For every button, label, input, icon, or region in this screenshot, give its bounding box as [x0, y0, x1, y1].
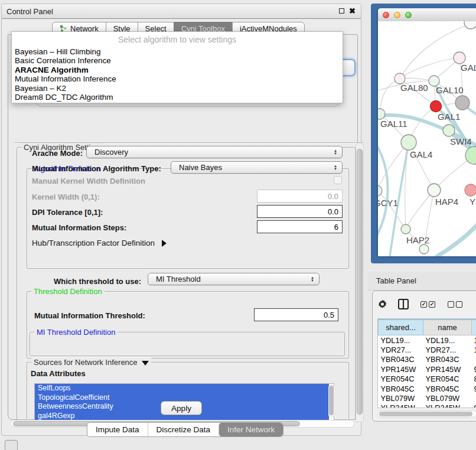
network-canvas[interactable]: GALGAL80GAL10GAL1GAL11SWI4GAL4GCY1HAP4YH…	[378, 21, 476, 256]
spinner-arrows-icon: ▲▼	[311, 276, 314, 282]
node-label: GCY1	[378, 198, 398, 208]
network-node-hap2[interactable]	[401, 224, 410, 234]
network-node-y[interactable]	[465, 184, 476, 196]
network-window-frame: GALGAL80GAL10GAL1GAL11SWI4GAL4GCY1HAP4YH…	[371, 4, 476, 263]
table-row[interactable]: YBR045CYBR045C9.	[379, 384, 476, 393]
deselect-all-checkboxes-icon[interactable]	[448, 301, 464, 308]
table-cell: YER054C	[379, 374, 423, 384]
node-label: GAL4	[410, 149, 432, 159]
table-row[interactable]: YBR043CYBR043C	[379, 355, 476, 364]
algorithm-option[interactable]: ARACNE Algorithm	[12, 66, 343, 74]
network-node-gal11[interactable]	[378, 109, 385, 119]
table-cell: 12	[472, 345, 476, 354]
node-label: GAL1	[438, 112, 460, 122]
network-edge[interactable]	[400, 58, 459, 79]
kernel-width-input[interactable]: 0.0	[257, 190, 343, 203]
network-edge[interactable]	[406, 190, 434, 229]
manual-kernel-checkbox[interactable]	[334, 176, 342, 184]
network-node-gal4[interactable]	[401, 135, 416, 150]
close-icon[interactable]: ✖	[349, 6, 356, 16]
table-row[interactable]: YPR145WYPR145W9.	[379, 364, 476, 374]
close-traffic-light-icon[interactable]	[383, 12, 389, 18]
which-threshold-label: Which threshold to use:	[54, 277, 141, 286]
vertical-scrollbar-thumb[interactable]	[357, 149, 363, 415]
dropdown-items: Bayesian – Hill ClimbingBasic Correlatio…	[12, 47, 343, 102]
algorithm-option[interactable]: Bayesian – Hill Climbing	[12, 47, 343, 56]
bottom-tab-infer-network[interactable]: Infer Network	[219, 423, 283, 436]
minimized-panel-icon[interactable]	[5, 440, 18, 450]
network-node[interactable]	[419, 244, 429, 254]
algorithm-option[interactable]: Dream8 DC_TDC Algorithm	[12, 93, 343, 102]
table-horizontal-scrollbar[interactable]	[377, 410, 476, 418]
table-cell: YBR045C	[423, 384, 472, 393]
mi-steps-input[interactable]: 6	[257, 220, 343, 233]
table-cell: YPR145W	[423, 364, 472, 374]
bottom-tab-discretize-data[interactable]: Discretize Data	[148, 423, 219, 436]
network-edge[interactable]	[380, 79, 400, 114]
network-node-hap4[interactable]	[428, 184, 441, 197]
which-threshold-select[interactable]: MI Threshold ▲▼	[148, 273, 319, 285]
node-label: HAP4	[435, 197, 458, 207]
data-attributes-label: Data Attributes	[31, 369, 86, 378]
table-row[interactable]: YDR27...YDR27...12	[379, 345, 476, 354]
apply-button[interactable]: Apply	[161, 401, 202, 415]
vertical-scrollbar[interactable]	[356, 144, 364, 422]
network-node[interactable]	[455, 96, 470, 110]
algorithm-option[interactable]: Mutual Information Inference	[12, 74, 343, 83]
control-panel-window: Control Panel ✖ NetworkStyleSelectCyni T…	[1, 4, 361, 436]
table-cell: 8.	[472, 374, 476, 384]
aracne-mode-select[interactable]: Discovery ▲▼	[86, 146, 343, 158]
node-table[interactable]: shared...name YDL19...YDL19...13YDR27...…	[377, 318, 476, 408]
table-row[interactable]: YLR345WYLR345W9.	[379, 403, 476, 408]
columns-icon[interactable]	[398, 299, 409, 309]
column-header-extra[interactable]	[472, 319, 476, 335]
apply-button-label: Apply	[171, 404, 191, 413]
mi-type-label: Mutual Information Algorithm Type:	[32, 164, 161, 173]
mi-threshold-definition-title: MI Threshold Definition	[34, 328, 118, 337]
mi-threshold-input[interactable]: 0.5	[254, 308, 338, 321]
node-label: GAL	[461, 63, 476, 73]
network-edge[interactable]	[437, 216, 476, 256]
table-cell: 13	[472, 335, 476, 345]
dpi-tolerance-input[interactable]: 0.0	[257, 205, 343, 218]
node-label: HAP2	[406, 235, 429, 245]
table-panel-bar: Table Panel	[367, 270, 476, 291]
hub-definition-toggle[interactable]: Hub/Transcription Factor Definition	[32, 239, 167, 247]
mi-type-select[interactable]: Naive Bayes ▲▼	[171, 161, 343, 174]
column-header-name[interactable]: name	[423, 319, 472, 335]
data-attribute-item[interactable]: SelfLoops	[35, 384, 329, 393]
table-scrollbar-thumb[interactable]	[379, 412, 472, 416]
zoom-traffic-light-icon[interactable]	[405, 12, 412, 18]
column-header-shared...[interactable]: shared...	[379, 319, 423, 335]
network-node[interactable]	[464, 21, 476, 29]
mi-threshold-label: Mutual Information Threshold:	[34, 311, 145, 320]
table-cell: YDR27...	[379, 345, 423, 354]
list-scrollbar[interactable]	[328, 384, 334, 418]
table-cell: YBR043C	[423, 355, 472, 364]
algorithm-option[interactable]: Bayesian – K2	[12, 84, 343, 93]
table-row[interactable]: YDL19...YDL19...13	[379, 335, 476, 345]
algorithm-option[interactable]: Basic Correlation Inference	[12, 56, 343, 65]
spinner-arrows-icon: ▲▼	[334, 165, 337, 171]
dpi-tolerance-value: 0.0	[328, 207, 338, 216]
table-cell: 9.	[472, 384, 476, 393]
mi-threshold-definition-group: MI Threshold Definition	[30, 332, 345, 356]
float-window-icon[interactable]	[339, 8, 344, 14]
table-cell: YBR043C	[379, 355, 423, 364]
mi-threshold-value: 0.5	[324, 311, 334, 319]
network-node-gal1[interactable]	[431, 101, 442, 112]
bottom-tab-impute-data[interactable]: Impute Data	[87, 423, 148, 436]
aracne-mode-value: Discovery	[94, 148, 128, 156]
network-node-swi4[interactable]	[443, 125, 455, 136]
minimize-traffic-light-icon[interactable]	[394, 12, 400, 18]
table-row[interactable]: YER054CYER054C8.	[379, 374, 476, 384]
select-all-checkboxes-icon[interactable]: ✓✓	[420, 301, 437, 308]
mi-steps-label: Mutual Information Steps:	[32, 223, 126, 232]
table-row[interactable]: YBL079WYBL079W	[379, 393, 476, 403]
table-cell: YDR27...	[423, 345, 472, 354]
table-cell: YPR145W	[379, 364, 423, 374]
gear-icon[interactable]	[377, 299, 387, 309]
mi-steps-value: 6	[334, 223, 338, 231]
network-node-gal[interactable]	[454, 52, 465, 64]
network-edge[interactable]	[400, 24, 471, 79]
